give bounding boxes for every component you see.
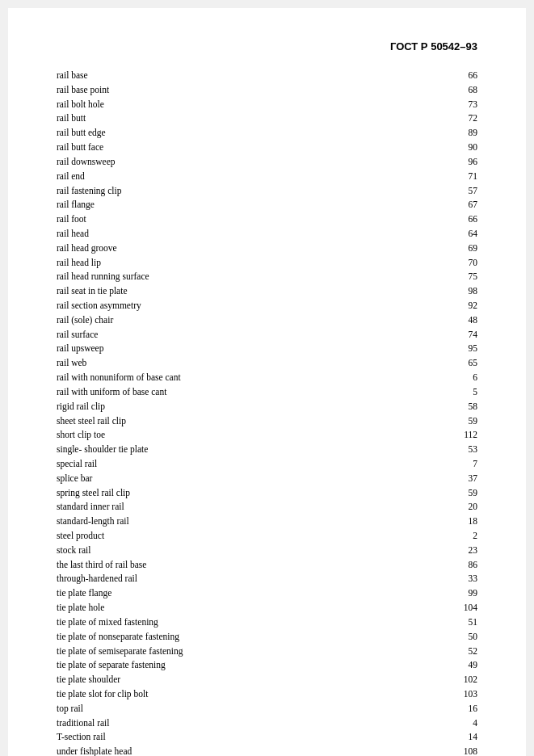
term-number: 102 bbox=[453, 673, 477, 687]
list-item: rail butt edge89 bbox=[57, 126, 477, 141]
term-label: tie plate of nonseparate fastening bbox=[57, 630, 453, 645]
term-number: 51 bbox=[453, 615, 477, 630]
list-item: standard-length rail18 bbox=[57, 514, 477, 529]
term-label: the last third of rail base bbox=[57, 558, 453, 573]
list-item: rail surface74 bbox=[57, 328, 477, 342]
term-number: 92 bbox=[453, 299, 477, 313]
term-label: rail downsweep bbox=[57, 155, 453, 170]
term-number: 69 bbox=[453, 242, 477, 256]
main-content: rail base66rail base point68rail bolt ho… bbox=[57, 69, 477, 756]
list-item: tie plate shoulder102 bbox=[57, 673, 477, 687]
list-item: steel product2 bbox=[57, 529, 477, 544]
term-number: 7 bbox=[453, 457, 477, 472]
term-number: 23 bbox=[453, 544, 477, 558]
term-number: 5 bbox=[453, 385, 477, 400]
term-number: 37 bbox=[453, 472, 477, 486]
term-label: rail butt bbox=[57, 111, 453, 126]
term-number: 86 bbox=[453, 558, 477, 573]
term-number: 57 bbox=[453, 184, 477, 199]
list-item: the last third of rail base86 bbox=[57, 558, 477, 573]
term-label: tie plate of semiseparate fastening bbox=[57, 645, 453, 659]
term-number: 14 bbox=[453, 730, 477, 745]
term-label: under fishplate head bbox=[57, 745, 453, 756]
term-label: short clip toe bbox=[57, 428, 453, 443]
term-label: rail butt face bbox=[57, 141, 453, 155]
list-item: rail web65 bbox=[57, 356, 477, 371]
list-item: rail (sole) chair48 bbox=[57, 313, 477, 328]
list-item: rail fastening clip57 bbox=[57, 184, 477, 199]
list-item: single- shoulder tie plate53 bbox=[57, 443, 477, 457]
list-item: rail head lip70 bbox=[57, 256, 477, 271]
term-label: stock rail bbox=[57, 544, 453, 558]
list-item: under fishplate head108 bbox=[57, 745, 477, 756]
term-number: 95 bbox=[453, 342, 477, 356]
list-item: rail upsweep95 bbox=[57, 342, 477, 356]
term-number: 98 bbox=[453, 284, 477, 299]
list-item: rail downsweep96 bbox=[57, 155, 477, 170]
term-label: sheet steel rail clip bbox=[57, 414, 453, 429]
list-item: special rail7 bbox=[57, 457, 477, 472]
term-label: steel product bbox=[57, 529, 453, 544]
term-label: rail web bbox=[57, 356, 453, 371]
term-label: rail upsweep bbox=[57, 342, 453, 356]
term-number: 59 bbox=[453, 486, 477, 501]
term-label: tie plate of separate fastening bbox=[57, 658, 453, 673]
term-number: 67 bbox=[453, 198, 477, 212]
term-label: tie plate of mixed fastening bbox=[57, 615, 453, 630]
term-number: 108 bbox=[453, 745, 477, 756]
list-item: tie plate hole104 bbox=[57, 601, 477, 615]
list-item: rail head groove69 bbox=[57, 242, 477, 256]
list-item: rail with nonuniform of base cant6 bbox=[57, 371, 477, 385]
term-label: tie plate slot for clip bolt bbox=[57, 687, 453, 702]
list-item: tie plate of separate fastening49 bbox=[57, 658, 477, 673]
document-title: ГОСТ Р 50542–93 bbox=[390, 40, 477, 52]
term-number: 99 bbox=[453, 586, 477, 601]
list-item: stock rail23 bbox=[57, 544, 477, 558]
list-item: rail foot66 bbox=[57, 212, 477, 227]
term-number: 65 bbox=[453, 356, 477, 371]
term-number: 66 bbox=[453, 212, 477, 227]
term-number: 68 bbox=[453, 83, 477, 98]
list-item: splice bar37 bbox=[57, 472, 477, 486]
list-item: tie plate of semiseparate fastening52 bbox=[57, 645, 477, 659]
term-number: 64 bbox=[453, 227, 477, 242]
term-number: 20 bbox=[453, 500, 477, 514]
term-number: 2 bbox=[453, 529, 477, 544]
list-item: rail with uniform of base cant5 bbox=[57, 385, 477, 400]
term-number: 6 bbox=[453, 371, 477, 385]
term-label: standard-length rail bbox=[57, 514, 453, 529]
term-label: tie plate shoulder bbox=[57, 673, 453, 687]
term-number: 112 bbox=[453, 428, 477, 443]
term-number: 72 bbox=[453, 111, 477, 126]
list-item: rail end71 bbox=[57, 170, 477, 184]
term-number: 70 bbox=[453, 256, 477, 271]
term-label: rail end bbox=[57, 170, 453, 184]
term-label: rail head running surface bbox=[57, 270, 453, 284]
list-item: rail seat in tie plate98 bbox=[57, 284, 477, 299]
term-number: 75 bbox=[453, 270, 477, 284]
list-item: rail base66 bbox=[57, 69, 477, 83]
term-label: rail foot bbox=[57, 212, 453, 227]
term-number: 71 bbox=[453, 170, 477, 184]
page-header: ГОСТ Р 50542–93 bbox=[57, 40, 477, 52]
term-number: 48 bbox=[453, 313, 477, 328]
term-number: 89 bbox=[453, 126, 477, 141]
term-label: rail fastening clip bbox=[57, 184, 453, 199]
list-item: rail section asymmetry92 bbox=[57, 299, 477, 313]
term-number: 73 bbox=[453, 98, 477, 112]
term-number: 104 bbox=[453, 601, 477, 615]
term-label: rail with uniform of base cant bbox=[57, 385, 453, 400]
term-label: standard inner rail bbox=[57, 500, 453, 514]
list-item: standard inner rail20 bbox=[57, 500, 477, 514]
list-item: rail head running surface75 bbox=[57, 270, 477, 284]
term-label: splice bar bbox=[57, 472, 453, 486]
term-label: rail butt edge bbox=[57, 126, 453, 141]
term-number: 52 bbox=[453, 645, 477, 659]
list-item: top rail16 bbox=[57, 702, 477, 716]
term-number: 50 bbox=[453, 630, 477, 645]
term-number: 58 bbox=[453, 400, 477, 414]
term-label: rail flange bbox=[57, 198, 453, 212]
list-item: rigid rail clip58 bbox=[57, 400, 477, 414]
list-item: short clip toe112 bbox=[57, 428, 477, 443]
list-item: sheet steel rail clip59 bbox=[57, 414, 477, 429]
